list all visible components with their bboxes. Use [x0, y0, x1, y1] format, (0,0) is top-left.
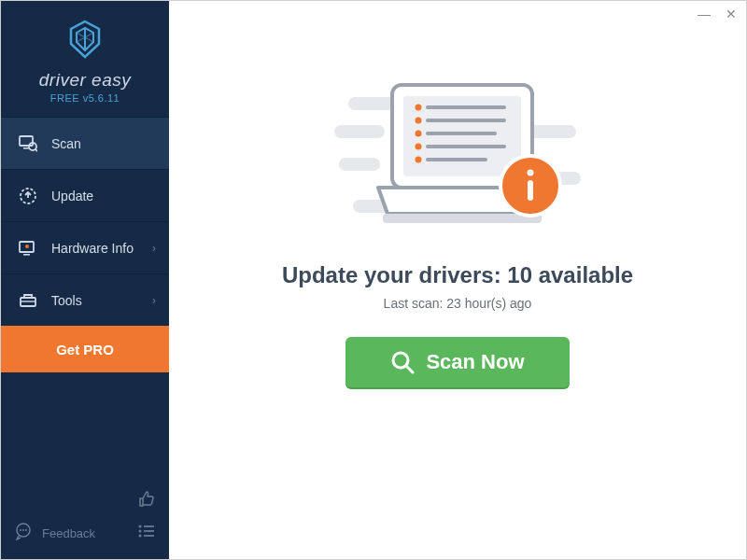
sidebar-item-scan[interactable]: Scan [1, 117, 169, 169]
chevron-right-icon: › [152, 242, 156, 255]
sidebar-item-update[interactable]: Update [1, 169, 169, 221]
svg-rect-6 [23, 254, 30, 256]
svg-point-33 [416, 131, 422, 137]
sidebar: driver easy FREE v5.6.11 Scan Update [1, 1, 169, 559]
svg-point-13 [25, 529, 27, 531]
svg-point-37 [416, 157, 422, 163]
sidebar-bottom: Feedback [1, 479, 169, 559]
get-pro-button[interactable]: Get PRO [1, 326, 169, 372]
search-icon [390, 350, 415, 374]
svg-rect-1 [23, 147, 29, 149]
list-icon[interactable] [137, 524, 156, 542]
window-controls: — ✕ [698, 7, 737, 21]
main-content: Update your drivers: 10 available Last s… [169, 1, 746, 559]
close-button[interactable]: ✕ [726, 7, 737, 21]
headline: Update your drivers: 10 available [282, 262, 633, 288]
sidebar-item-hardware-info[interactable]: Hardware Info › [1, 221, 169, 273]
sidebar-item-label: Update [51, 189, 93, 203]
thumbs-up-icon[interactable] [137, 490, 156, 512]
sidebar-item-tools[interactable]: Tools › [1, 273, 169, 326]
svg-rect-39 [383, 214, 542, 223]
app-logo-icon [63, 18, 106, 61]
svg-point-16 [139, 535, 142, 538]
chevron-right-icon: › [152, 294, 156, 307]
scan-now-label: Scan Now [426, 350, 524, 374]
svg-point-31 [416, 118, 422, 124]
svg-point-11 [20, 529, 21, 531]
sidebar-item-label: Scan [51, 136, 81, 151]
scan-illustration [327, 76, 588, 244]
svg-point-7 [25, 245, 29, 248]
svg-point-12 [22, 529, 24, 531]
scan-icon [16, 135, 40, 152]
hardware-icon [16, 240, 40, 257]
sidebar-item-label: Hardware Info [51, 241, 134, 256]
svg-point-41 [528, 170, 534, 176]
logo-block: driver easy FREE v5.6.11 [1, 1, 169, 117]
nav: Scan Update Hardware Info › Tools [1, 117, 169, 372]
svg-point-35 [416, 144, 422, 150]
update-icon [16, 187, 40, 205]
svg-point-14 [139, 525, 142, 528]
minimize-button[interactable]: — [698, 7, 711, 21]
svg-point-15 [139, 530, 142, 533]
scan-now-button[interactable]: Scan Now [345, 337, 569, 387]
app-name: driver easy [1, 70, 169, 91]
svg-point-29 [416, 105, 422, 111]
feedback-label[interactable]: Feedback [42, 526, 95, 540]
sidebar-item-label: Tools [51, 293, 82, 308]
svg-line-3 [35, 149, 37, 151]
app-version: FREE v5.6.11 [1, 92, 169, 104]
svg-rect-42 [528, 180, 533, 201]
feedback-icon[interactable] [14, 522, 33, 544]
svg-line-44 [406, 366, 413, 372]
last-scan-text: Last scan: 23 hour(s) ago [384, 296, 532, 311]
tools-icon [16, 292, 40, 309]
